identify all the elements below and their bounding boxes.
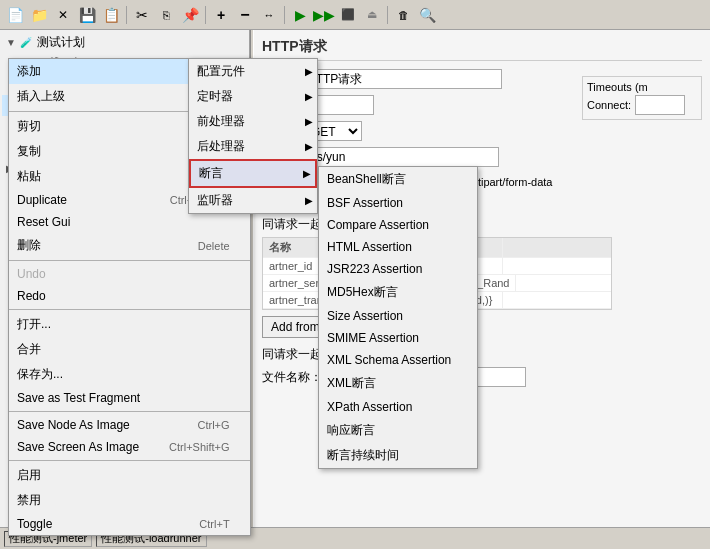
clear-button[interactable]: 🗑	[392, 4, 414, 26]
run-nopause-button[interactable]: ▶▶	[313, 4, 335, 26]
menu-sep-4	[9, 411, 250, 412]
menu-item-open[interactable]: 打开...	[9, 312, 250, 337]
arrow-timer: ▶	[305, 91, 313, 102]
close-button[interactable]: ✕	[52, 4, 74, 26]
label-assert-jsr223: JSR223 Assertion	[327, 262, 422, 276]
run-button[interactable]: ▶	[289, 4, 311, 26]
menu-item-reset-gui[interactable]: Reset Gui	[9, 211, 250, 233]
label-assert-html: HTML Assertion	[327, 240, 412, 254]
menu-item-save-fragment[interactable]: Save as Test Fragment	[9, 387, 250, 409]
arrow-config: ▶	[305, 66, 313, 77]
shortcut-toggle: Ctrl+T	[199, 518, 229, 530]
label-test-plan: 测试计划	[37, 34, 85, 51]
menu-label-save-node-image: Save Node As Image	[17, 418, 130, 432]
assert-beanshell[interactable]: BeanShell断言	[319, 167, 477, 192]
path-row: 路径：	[262, 147, 702, 167]
menu-label-toggle: Toggle	[17, 517, 52, 531]
save-template-button[interactable]: 📋	[100, 4, 122, 26]
shortcut-delete: Delete	[198, 240, 230, 252]
menu-sep-3	[9, 309, 250, 310]
menu-item-redo[interactable]: Redo	[9, 285, 250, 307]
assert-md5hex[interactable]: MD5Hex断言	[319, 280, 477, 305]
toolbar: 📄 📁 ✕ 💾 📋 ✂ ⎘ 📌 + − ↔ ▶ ▶▶ ⬛ ⏏ 🗑 🔍	[0, 0, 710, 30]
menu-item-save-node-image[interactable]: Save Node As Image Ctrl+G	[9, 414, 250, 436]
label-pre: 前处理器	[197, 113, 245, 130]
collapse-button[interactable]: −	[234, 4, 256, 26]
assert-xml-schema[interactable]: XML Schema Assertion	[319, 349, 477, 371]
menu-label-cut: 剪切	[17, 118, 41, 135]
menu-item-enable[interactable]: 启用	[9, 463, 250, 488]
submenu-add-config[interactable]: 配置元件 ▶	[189, 59, 317, 84]
search-button[interactable]: 🔍	[416, 4, 438, 26]
menu-item-merge[interactable]: 合并	[9, 337, 250, 362]
menu-item-disable[interactable]: 禁用	[9, 488, 250, 513]
menu-sep-2	[9, 260, 250, 261]
open-template-button[interactable]: 📁	[28, 4, 50, 26]
menu-item-toggle[interactable]: Toggle Ctrl+T	[9, 513, 250, 535]
menu-label-save-fragment: Save as Test Fragment	[17, 391, 140, 405]
assert-xml[interactable]: XML断言	[319, 371, 477, 396]
copy-button[interactable]: ⎘	[155, 4, 177, 26]
menu-item-save-screen-image[interactable]: Save Screen As Image Ctrl+Shift+G	[9, 436, 250, 458]
separator-2	[205, 6, 206, 24]
sidebar-item-test-plan[interactable]: ▼ 🧪 测试计划	[2, 32, 247, 53]
stop-button[interactable]: ⬛	[337, 4, 359, 26]
timeout-section: Timeouts (m Connect:	[582, 76, 702, 120]
menu-item-undo: Undo	[9, 263, 250, 285]
assert-duration[interactable]: 断言持续时间	[319, 443, 477, 468]
filename-label: 文件名称：	[262, 369, 322, 386]
shortcut-save-node-image: Ctrl+G	[198, 419, 230, 431]
assert-compare[interactable]: Compare Assertion	[319, 214, 477, 236]
arrow-test-plan: ▼	[6, 37, 18, 48]
connect-row: Connect:	[587, 95, 697, 115]
label-assert-xml: XML断言	[327, 375, 376, 392]
icon-test-plan: 🧪	[18, 35, 34, 51]
label-assert: 断言	[199, 165, 223, 182]
submenu-add-assert[interactable]: 断言 ▶	[189, 159, 317, 188]
menu-label-reset-gui: Reset Gui	[17, 215, 70, 229]
menu-label-delete: 删除	[17, 237, 41, 254]
method-row: 方法： GET POST	[262, 121, 702, 141]
assert-smime[interactable]: SMIME Assertion	[319, 327, 477, 349]
label-listener: 监听器	[197, 192, 233, 209]
expand-button[interactable]: +	[210, 4, 232, 26]
label-assert-size: Size Assertion	[327, 309, 403, 323]
connect-label: Connect:	[587, 99, 631, 111]
assert-jsr223[interactable]: JSR223 Assertion	[319, 258, 477, 280]
stop-now-button[interactable]: ⏏	[361, 4, 383, 26]
path-input[interactable]	[299, 147, 499, 167]
assert-response[interactable]: 响应断言	[319, 418, 477, 443]
cut-button[interactable]: ✂	[131, 4, 153, 26]
label-assert-bsf: BSF Assertion	[327, 196, 403, 210]
label-assert-response: 响应断言	[327, 422, 375, 439]
submenu-add: 配置元件 ▶ 定时器 ▶ 前处理器 ▶ 后处理器 ▶ 断言 ▶ 监听器 ▶	[188, 58, 318, 214]
menu-label-add: 添加	[17, 63, 41, 80]
arrow-listener: ▶	[305, 195, 313, 206]
assert-size[interactable]: Size Assertion	[319, 305, 477, 327]
menu-item-save-as[interactable]: 保存为...	[9, 362, 250, 387]
arrow-post: ▶	[305, 141, 313, 152]
toggle-button[interactable]: ↔	[258, 4, 280, 26]
connect-input[interactable]	[635, 95, 685, 115]
menu-item-delete[interactable]: 删除 Delete	[9, 233, 250, 258]
separator-3	[284, 6, 285, 24]
arrow-pre: ▶	[305, 116, 313, 127]
arrow-assert: ▶	[303, 168, 311, 179]
menu-label-enable: 启用	[17, 467, 41, 484]
label-assert-xpath: XPath Assertion	[327, 400, 412, 414]
save-button[interactable]: 💾	[76, 4, 98, 26]
port-input[interactable]	[314, 95, 374, 115]
new-button[interactable]: 📄	[4, 4, 26, 26]
menu-label-copy: 复制	[17, 143, 41, 160]
submenu-add-listener[interactable]: 监听器 ▶	[189, 188, 317, 213]
assert-xpath[interactable]: XPath Assertion	[319, 396, 477, 418]
submenu-add-timer[interactable]: 定时器 ▶	[189, 84, 317, 109]
paste-button[interactable]: 📌	[179, 4, 201, 26]
name-input[interactable]	[302, 69, 502, 89]
submenu-add-pre[interactable]: 前处理器 ▶	[189, 109, 317, 134]
assert-bsf[interactable]: BSF Assertion	[319, 192, 477, 214]
assert-html[interactable]: HTML Assertion	[319, 236, 477, 258]
menu-label-open: 打开...	[17, 316, 51, 333]
menu-label-merge: 合并	[17, 341, 41, 358]
submenu-add-post[interactable]: 后处理器 ▶	[189, 134, 317, 159]
